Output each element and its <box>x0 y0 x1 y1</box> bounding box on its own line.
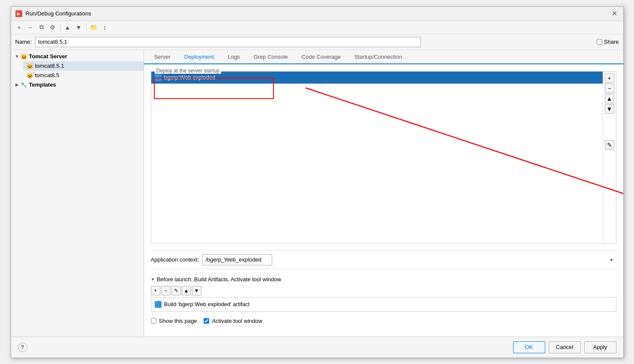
toolbar-separator <box>60 24 60 31</box>
templates-label: Templates <box>29 81 56 88</box>
deploy-list: 🔷 bgerp:Web exploded <box>151 72 603 243</box>
folder-button[interactable]: 📁 <box>89 23 99 32</box>
footer-left: ? <box>18 343 27 352</box>
deploy-label: Deploy at the server startup <box>155 68 221 74</box>
before-launch-label: Before launch: Build Artifacts, Activate… <box>156 276 281 283</box>
ok-button[interactable]: OK <box>513 341 545 353</box>
tomcat-server-icon: 🐱 <box>21 53 27 60</box>
settings-button[interactable]: ⚙ <box>48 23 57 32</box>
bl-edit-button[interactable]: ✎ <box>171 286 181 295</box>
bl-remove-button[interactable]: − <box>161 286 171 295</box>
tomcat-config-2-label: tomcat8.5 <box>35 72 60 78</box>
tab-startup-connection[interactable]: Startup/Connection <box>348 50 409 64</box>
tab-logs[interactable]: Logs <box>221 50 246 64</box>
before-launch-header[interactable]: ▼ Before launch: Build Artifacts, Activa… <box>151 274 616 284</box>
remove-config-button[interactable]: − <box>26 23 35 32</box>
title-bar-left: ▶ Run/Debug Configurations <box>15 10 91 17</box>
bl-item-text: Build 'bgerp:Web exploded' artifact <box>164 301 250 307</box>
main-content: ▼ 🐱 Tomcat Server 🐱 tomcat8.5.1 🐱 tomcat… <box>11 50 623 337</box>
tomcat-config-1[interactable]: 🐱 tomcat8.5.1 <box>23 61 144 71</box>
app-context-select[interactable]: /bgerp_Web_exploded <box>202 254 272 265</box>
launch-options: Show this page Activate tool window <box>151 316 616 326</box>
deploy-inner: 🔷 bgerp:Web exploded + − ▲ ▼ ✎ <box>151 72 616 243</box>
templates-icon: 🔧 <box>21 81 27 88</box>
app-context-label: Application context: <box>151 256 199 263</box>
share-label: Share <box>604 39 619 45</box>
tomcat-config-1-label: tomcat8.5.1 <box>35 63 64 69</box>
deploy-add-button[interactable]: + <box>605 73 614 83</box>
tree-toggle-templates[interactable]: ▶ <box>15 82 20 87</box>
deploy-up-button[interactable]: ▲ <box>605 94 614 103</box>
name-input[interactable] <box>35 37 421 47</box>
cancel-button[interactable]: Cancel <box>549 341 581 353</box>
before-launch-toggle-icon: ▼ <box>151 277 155 282</box>
deployment-panel: Deploy at the server startup 🔷 bgerp:Web… <box>144 64 623 337</box>
dialog-title: Run/Debug Configurations <box>26 10 91 17</box>
deploy-remove-button[interactable]: − <box>605 84 614 93</box>
show-page-checkbox[interactable] <box>151 318 156 324</box>
move-up-button[interactable]: ▲ <box>63 23 72 32</box>
app-context-select-wrapper: /bgerp_Web_exploded ▼ <box>202 254 616 265</box>
tomcat-config-1-icon: 🐱 <box>27 63 33 69</box>
deploy-side-buttons: + − ▲ ▼ ✎ <box>603 72 616 243</box>
select-arrow-icon: ▼ <box>610 257 614 262</box>
tomcat-children: 🐱 tomcat8.5.1 🐱 tomcat8.5 <box>11 61 144 80</box>
tab-deployment[interactable]: Deployment <box>177 50 221 64</box>
run-debug-dialog: ▶ Run/Debug Configurations ✕ + − ⧉ ⚙ ▲ ▼… <box>11 6 624 358</box>
copy-config-button[interactable]: ⧉ <box>37 23 46 32</box>
tomcat-server-group[interactable]: ▼ 🐱 Tomcat Server <box>11 52 144 61</box>
before-launch-toolbar: + − ✎ ▲ ▼ <box>151 284 616 297</box>
right-panel: Server Deployment Logs Grep Console Code… <box>144 50 623 337</box>
activate-tool-label: Activate tool window <box>212 318 262 324</box>
tab-code-coverage[interactable]: Code Coverage <box>295 50 348 64</box>
tomcat-config-2-icon: 🐱 <box>27 72 33 79</box>
apply-button[interactable]: Apply <box>584 341 616 353</box>
tomcat-server-label: Tomcat Server <box>29 53 67 60</box>
name-bar: Name: Share <box>11 34 623 50</box>
name-label: Name: <box>15 39 32 45</box>
bl-add-button[interactable]: + <box>151 286 160 295</box>
share-area: Share <box>597 39 619 45</box>
before-launch-list: 🔷 Build 'bgerp:Web exploded' artifact <box>151 297 616 312</box>
sidebar: ▼ 🐱 Tomcat Server 🐱 tomcat8.5.1 🐱 tomcat… <box>11 50 144 337</box>
templates-group[interactable]: ▶ 🔧 Templates <box>11 80 144 90</box>
before-launch-section: ▼ Before launch: Build Artifacts, Activa… <box>151 274 616 326</box>
help-button[interactable]: ? <box>18 343 27 352</box>
move-down-button[interactable]: ▼ <box>74 23 84 32</box>
deploy-down-button[interactable]: ▼ <box>605 104 614 114</box>
bl-item-icon: 🔷 <box>155 301 162 308</box>
show-page-option[interactable]: Show this page <box>151 318 197 324</box>
dialog-icon: ▶ <box>15 10 22 17</box>
bl-item-1: 🔷 Build 'bgerp:Web exploded' artifact <box>151 299 616 310</box>
deploy-item-text: bgerp:Web exploded <box>164 74 216 81</box>
deploy-section: Deploy at the server startup 🔷 bgerp:Web… <box>151 71 616 244</box>
title-bar: ▶ Run/Debug Configurations ✕ <box>11 7 623 21</box>
activate-tool-option[interactable]: Activate tool window <box>204 318 262 324</box>
activate-tool-checkbox[interactable] <box>204 318 209 324</box>
sort-button[interactable]: ↕ <box>100 23 110 32</box>
show-page-label: Show this page <box>159 318 197 324</box>
bl-down-button[interactable]: ▼ <box>192 286 201 295</box>
deploy-edit-button[interactable]: ✎ <box>605 140 614 150</box>
tomcat-config-2[interactable]: 🐱 tomcat8.5 <box>23 71 144 80</box>
tab-grep-console[interactable]: Grep Console <box>246 50 294 64</box>
tab-server[interactable]: Server <box>147 50 177 64</box>
main-toolbar: + − ⧉ ⚙ ▲ ▼ 📁 ↕ <box>11 21 623 34</box>
app-context-row: Application context: /bgerp_Web_exploded… <box>151 250 616 269</box>
tabs-bar: Server Deployment Logs Grep Console Code… <box>144 50 623 64</box>
close-button[interactable]: ✕ <box>610 9 619 18</box>
tree-toggle-tomcat[interactable]: ▼ <box>15 54 20 59</box>
footer: ? OK Cancel Apply <box>11 337 623 358</box>
share-checkbox[interactable] <box>597 39 602 45</box>
toolbar-separator-2 <box>86 24 87 31</box>
bl-up-button[interactable]: ▲ <box>182 286 191 295</box>
add-config-button[interactable]: + <box>15 23 24 32</box>
deploy-item-icon: 🔷 <box>155 74 162 81</box>
